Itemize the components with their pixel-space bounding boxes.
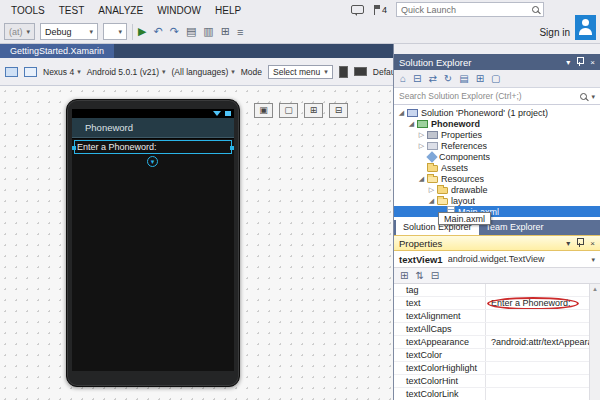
zoom-in-icon[interactable]: ⊞ — [304, 103, 323, 118]
tree-item-resources[interactable]: ◢Resources — [394, 173, 600, 184]
collapsed-expander-icon[interactable]: ▷ — [417, 129, 426, 140]
vertical-scrollbar[interactable]: ▴ — [589, 284, 600, 400]
menu-item-test[interactable]: TEST — [52, 5, 92, 16]
pin-icon[interactable] — [576, 57, 584, 67]
context-combo[interactable]: (at) ▾ — [4, 23, 35, 40]
collapsed-expander-icon[interactable]: ▷ — [427, 184, 436, 195]
tree-item-properties[interactable]: ▷Properties — [394, 129, 600, 140]
start-debug-icon[interactable]: ▶ — [138, 25, 146, 38]
expanded-expander-icon[interactable]: ◢ — [427, 195, 436, 206]
tree-item-main-axml[interactable]: Main.axml — [394, 206, 600, 217]
open-file-icon[interactable]: ▥ — [203, 25, 213, 38]
property-name[interactable]: textColorHighlight — [394, 362, 486, 374]
menu-item-window[interactable]: WINDOW — [150, 5, 208, 16]
tree-item-layout[interactable]: ◢layout — [394, 195, 600, 206]
pin-icon[interactable] — [576, 238, 584, 248]
preview-icon[interactable]: ▢ — [491, 73, 500, 84]
user-account-icon[interactable] — [575, 15, 596, 40]
refresh-icon[interactable]: ↻ — [444, 73, 452, 84]
property-pages-icon[interactable]: ⊟ — [431, 270, 439, 281]
property-value[interactable] — [486, 362, 589, 374]
solution-explorer-title: Solution Explorer — [399, 57, 560, 68]
expanded-expander-icon[interactable]: ◢ — [407, 118, 416, 129]
feedback-icon[interactable] — [351, 5, 364, 14]
property-value[interactable] — [486, 375, 589, 387]
close-icon[interactable]: × — [590, 239, 595, 248]
screen-size-icon[interactable] — [24, 67, 37, 77]
language-selector[interactable]: (All languages) ▾ — [172, 67, 235, 77]
categorized-icon[interactable]: ⊞ — [400, 270, 408, 281]
home-icon[interactable]: ⌂ — [400, 73, 406, 84]
window-position-icon[interactable]: ▾ — [566, 58, 570, 67]
property-value[interactable] — [486, 349, 589, 361]
device-frame-icon[interactable]: ▣ — [254, 103, 273, 118]
property-name[interactable]: textColorHint — [394, 375, 486, 387]
menu-item-tools[interactable]: TOOLS — [4, 5, 52, 16]
alphabetical-icon[interactable]: ⇅ — [415, 270, 423, 281]
sign-in-link[interactable]: Sign in — [539, 27, 570, 38]
notifications-flag[interactable]: 4 — [373, 5, 387, 15]
property-value[interactable] — [486, 284, 589, 296]
portrait-icon[interactable] — [339, 66, 348, 78]
window-position-icon[interactable]: ▾ — [566, 239, 570, 248]
device-config-icon[interactable] — [5, 67, 18, 77]
tree-item-label: Assets — [441, 163, 468, 173]
menu-item-help[interactable]: HELP — [208, 5, 248, 16]
expand-adorner-icon[interactable]: ▾ — [147, 156, 158, 167]
property-name[interactable]: textColor — [394, 349, 486, 361]
sync-with-active-document-icon[interactable]: ⇄ — [428, 73, 436, 84]
property-name[interactable]: textColorLink — [394, 388, 486, 400]
editor-area: GettingStarted.Xamarin Nexus 4 ▾ Android… — [0, 44, 393, 400]
property-name[interactable]: textAlignment — [394, 310, 486, 322]
tree-item-references[interactable]: ▷References — [394, 140, 600, 151]
save-icon[interactable]: ⊞ — [221, 25, 230, 38]
quick-launch-box[interactable]: Quick Launch — [396, 2, 544, 17]
property-name[interactable]: tag — [394, 284, 486, 296]
resize-handle-right[interactable] — [230, 146, 234, 150]
tree-item-assets[interactable]: Assets — [394, 162, 600, 173]
tree-item-phoneword[interactable]: ◢Phoneword — [394, 118, 600, 129]
tree-item-components[interactable]: Components — [394, 151, 600, 162]
designer-canvas[interactable]: ▣▢⊞⊟ Phoneword Enter a Phoneword: — [0, 86, 393, 400]
menu-item-analyze[interactable]: ANALYZE — [91, 5, 150, 16]
undo-icon[interactable]: ↶ — [153, 25, 162, 38]
platform-combo[interactable]: ▾ — [103, 23, 127, 40]
expanded-expander-icon[interactable]: ◢ — [397, 107, 406, 118]
resize-handle-left[interactable] — [72, 146, 76, 150]
property-name[interactable]: textAllCaps — [394, 323, 486, 335]
property-value[interactable] — [486, 388, 589, 400]
scroll-up-icon[interactable]: ▴ — [590, 284, 600, 293]
property-value[interactable]: Enter a Phoneword: — [486, 297, 589, 309]
show-all-files-icon[interactable]: ▤ — [459, 73, 468, 84]
property-name[interactable]: text — [394, 297, 486, 309]
property-name[interactable]: textAppearance — [394, 336, 486, 348]
fit-to-window-icon[interactable]: ▢ — [279, 103, 298, 118]
new-file-icon[interactable]: ▤ — [186, 25, 196, 38]
redo-icon[interactable]: ↷ — [170, 25, 179, 38]
device-selector[interactable]: Nexus 4 ▾ — [43, 67, 81, 77]
expanded-expander-icon[interactable]: ◢ — [417, 173, 426, 184]
device-screen[interactable]: Phoneword Enter a Phoneword: ▾ — [72, 109, 234, 371]
document-tab[interactable]: GettingStarted.Xamarin — [0, 44, 114, 58]
solution-search-box[interactable]: Search Solution Explorer (Ctrl+;) ▾ — [394, 88, 600, 105]
collapse-all-icon[interactable]: ⊟ — [413, 73, 421, 84]
collapsed-expander-icon[interactable]: ▷ — [417, 140, 426, 151]
theme-selector[interactable]: Default Theme ▾ — [373, 67, 393, 77]
menu-selector[interactable]: Select menu ▾ — [268, 65, 333, 79]
android-version-selector[interactable]: Android 5.0.1 (v21) ▾ — [87, 67, 166, 77]
property-value[interactable] — [486, 323, 589, 335]
selected-object-row[interactable]: textView1 android.widget.TextView ▾ — [394, 251, 600, 268]
tree-item-drawable[interactable]: ▷drawable — [394, 184, 600, 195]
window-layout-icon[interactable]: ≡ — [237, 26, 243, 38]
layout-body[interactable]: Enter a Phoneword: ▾ — [72, 139, 234, 371]
properties-icon[interactable]: ⊞ — [476, 73, 484, 84]
configuration-combo[interactable]: Debug ▾ — [40, 23, 98, 40]
close-icon[interactable]: × — [590, 58, 595, 67]
chevron-down-icon: ▾ — [231, 68, 235, 75]
tree-item-solution-phoneword-1-project[interactable]: ◢Solution 'Phoneword' (1 project) — [394, 107, 600, 118]
zoom-out-icon[interactable]: ⊟ — [329, 103, 348, 118]
selected-textview[interactable]: Enter a Phoneword: — [74, 140, 232, 154]
landscape-icon[interactable] — [354, 67, 367, 76]
property-value[interactable]: ?android:attr/textAppeara — [486, 336, 589, 348]
property-value[interactable] — [486, 310, 589, 322]
